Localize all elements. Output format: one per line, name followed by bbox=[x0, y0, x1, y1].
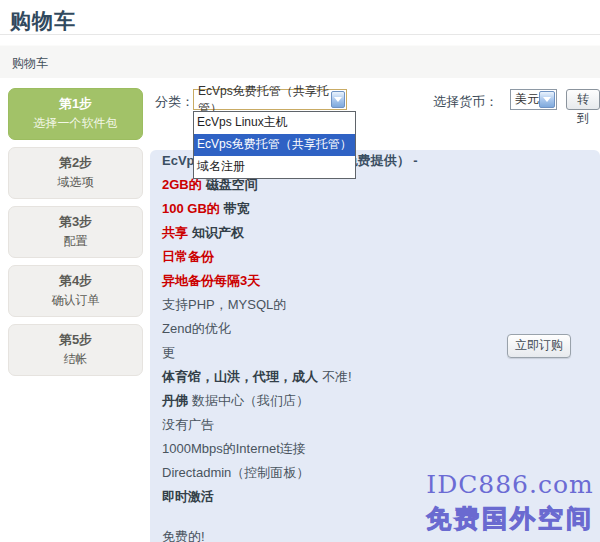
chevron-down-icon bbox=[539, 91, 555, 108]
category-select[interactable]: EcVps免费托管（共享托管） bbox=[193, 89, 347, 110]
package-panel: EcVps免费托管（共享托管）（免费提供） - 2GB的磁盘空间 100 GB的… bbox=[150, 150, 600, 542]
chevron-down-icon bbox=[331, 91, 345, 108]
step-number: 第5步 bbox=[13, 331, 138, 349]
breadcrumb-cart-link[interactable]: 购物车 bbox=[12, 55, 48, 72]
category-label: 分类： bbox=[155, 93, 194, 111]
spacer bbox=[162, 514, 588, 530]
step-number: 第4步 bbox=[13, 272, 138, 290]
order-now-button[interactable]: 立即订购 bbox=[507, 334, 571, 358]
feature-no-ads: 没有广告 bbox=[162, 418, 588, 432]
step-3-configure[interactable]: 第3步 配置 bbox=[8, 206, 143, 258]
feature-offsite-backup: 异地备份每隔3天 bbox=[162, 274, 588, 288]
step-number: 第2步 bbox=[13, 154, 138, 172]
order-steps-sidebar: 第1步 选择一个软件包 第2步 域选项 第3步 配置 第4步 确认订单 第5步 … bbox=[8, 88, 143, 383]
step-1-choose-package[interactable]: 第1步 选择一个软件包 bbox=[8, 88, 143, 140]
feature-shared-ip: 共享知识产权 bbox=[162, 226, 588, 240]
step-label: 确认订单 bbox=[13, 292, 138, 309]
feature-activation: 即时激活 bbox=[162, 490, 588, 504]
feature-free: 免费的! bbox=[162, 530, 588, 542]
feature-php-mysql: 支持PHP，MYSQL的 bbox=[162, 298, 588, 312]
step-5-checkout[interactable]: 第5步 结帐 bbox=[8, 324, 143, 376]
category-dropdown-list: EcVps Linux主机 EcVps免费托管（共享托管） 域名注册 bbox=[193, 111, 356, 179]
feature-bandwidth: 100 GB的带宽 bbox=[162, 202, 588, 216]
dropdown-option-linux-hosting[interactable]: EcVps Linux主机 bbox=[194, 112, 355, 134]
dropdown-option-domain-registration[interactable]: 域名注册 bbox=[194, 156, 355, 178]
feature-restricted: 体育馆，山洪，代理，成人不准! bbox=[162, 370, 588, 384]
step-number: 第1步 bbox=[13, 95, 138, 113]
breadcrumb: 购物车 bbox=[0, 45, 600, 78]
title-divider bbox=[0, 34, 600, 35]
currency-go-button[interactable]: 转到 bbox=[566, 89, 600, 110]
page-title: 购物车 bbox=[10, 7, 76, 35]
feature-control-panel: Directadmin（控制面板） bbox=[162, 466, 588, 480]
currency-selected-value: 美元 bbox=[515, 91, 539, 108]
step-4-confirm-order[interactable]: 第4步 确认订单 bbox=[8, 265, 143, 317]
step-label: 选择一个软件包 bbox=[13, 115, 138, 132]
dropdown-option-free-hosting[interactable]: EcVps免费托管（共享托管） bbox=[194, 134, 355, 156]
feature-disk: 2GB的磁盘空间 bbox=[162, 178, 588, 192]
feature-connection: 1000Mbps的Internet连接 bbox=[162, 442, 588, 456]
currency-label: 选择货币： bbox=[433, 93, 498, 111]
step-label: 结帐 bbox=[13, 351, 138, 368]
step-2-domain-options[interactable]: 第2步 域选项 bbox=[8, 147, 143, 199]
step-label: 域选项 bbox=[13, 174, 138, 191]
feature-datacenter: 丹佛数据中心（我们店） bbox=[162, 394, 588, 408]
feature-daily-backup: 日常备份 bbox=[162, 250, 588, 264]
cart-page: 购物车 购物车 第1步 选择一个软件包 第2步 域选项 第3步 配置 第4步 确… bbox=[0, 0, 600, 542]
step-label: 配置 bbox=[13, 233, 138, 250]
currency-select[interactable]: 美元 bbox=[510, 89, 557, 110]
step-number: 第3步 bbox=[13, 213, 138, 231]
